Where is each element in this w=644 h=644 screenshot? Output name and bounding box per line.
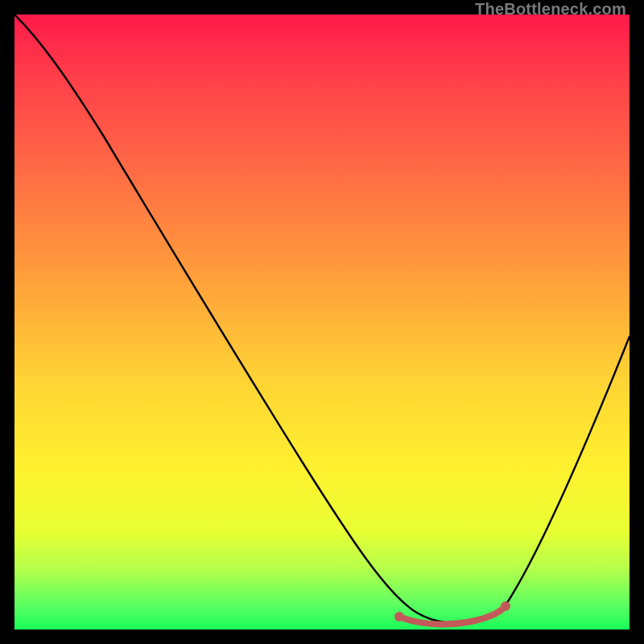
plot-area [14, 14, 630, 630]
chart-frame: TheBottleneck.com [0, 0, 644, 644]
background-gradient [14, 14, 630, 630]
watermark-text: TheBottleneck.com [475, 0, 626, 19]
